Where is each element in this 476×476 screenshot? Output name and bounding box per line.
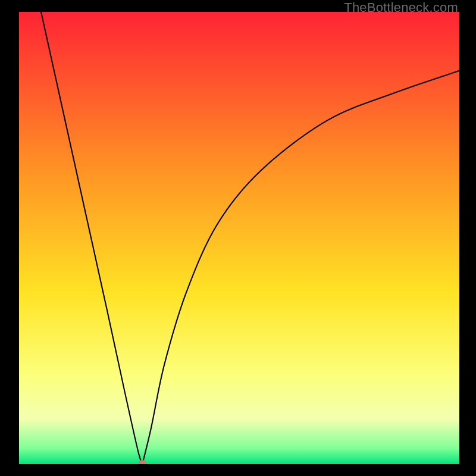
watermark-text: TheBottleneck.com — [344, 0, 458, 15]
gradient-background — [19, 12, 459, 464]
bottleneck-chart — [19, 12, 459, 464]
